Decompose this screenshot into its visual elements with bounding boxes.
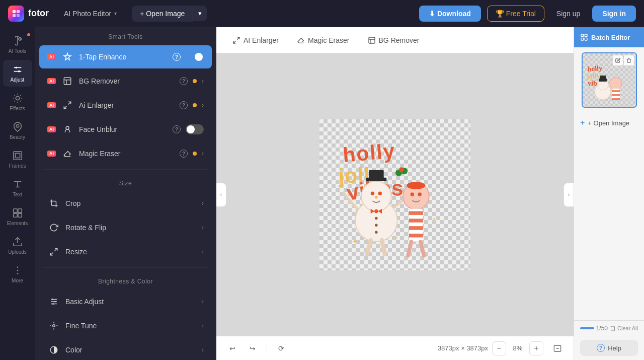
- face-unblur-label: Face Unblur: [79, 125, 168, 133]
- bottom-separator: [267, 343, 267, 353]
- right-panel-spacer: [574, 132, 644, 320]
- tool-item-crop[interactable]: Crop ›: [39, 192, 212, 215]
- tool-item-color[interactable]: Color ›: [39, 338, 212, 360]
- rotate-flip-label: Rotate & Flip: [65, 224, 197, 232]
- sidebar-item-adjust[interactable]: Adjust: [3, 60, 32, 87]
- svg-rect-13: [13, 209, 17, 212]
- signin-label: Sign in: [602, 10, 626, 18]
- sidebar-item-more[interactable]: More: [3, 261, 32, 287]
- free-trial-button[interactable]: 🏆 Free Trial: [487, 6, 544, 22]
- svg-point-29: [54, 301, 56, 303]
- sidebar-item-elements[interactable]: Elements: [3, 203, 32, 230]
- ai-photo-editor-button[interactable]: AI Photo Editor ▾: [59, 7, 122, 21]
- download-button[interactable]: ⬇ Download: [419, 6, 481, 22]
- sidebar-item-ai-tools[interactable]: AI Tools: [3, 31, 32, 58]
- sidebar-item-effects[interactable]: Effects: [3, 89, 32, 115]
- tool-item-rotate-flip[interactable]: Rotate & Flip ›: [39, 216, 212, 239]
- bg-remover-help-icon[interactable]: ?: [180, 77, 188, 85]
- collapse-icon: ‹: [220, 192, 222, 197]
- one-tap-enhance-help-icon[interactable]: ?: [173, 53, 181, 61]
- sidebar-label-text: Text: [13, 192, 22, 197]
- svg-rect-68: [585, 38, 587, 40]
- fit-screen-button[interactable]: [549, 340, 566, 356]
- sidebar-label-frames: Frames: [9, 163, 26, 169]
- ai-enlarger-help-icon[interactable]: ?: [180, 101, 188, 109]
- sidebar-label-ai-tools: AI Tools: [9, 48, 26, 54]
- ai-badge-face-unblur: AI: [47, 126, 56, 132]
- logo-text: fotor: [28, 8, 49, 19]
- canvas-content: ‹ holly jolly vibes: [216, 53, 574, 336]
- tab-magic-eraser[interactable]: Magic Eraser: [289, 32, 357, 48]
- face-unblur-toggle[interactable]: [186, 124, 204, 134]
- thumbnail-delete-button[interactable]: [624, 55, 634, 65]
- one-tap-enhance-icon: [61, 50, 74, 63]
- batch-editor-header[interactable]: Batch Editor: [574, 27, 644, 47]
- face-unblur-help-icon[interactable]: ?: [173, 125, 181, 133]
- zoom-in-button[interactable]: +: [529, 341, 543, 355]
- text-icon: [12, 179, 23, 190]
- tool-item-face-unblur[interactable]: AI Face Unblur ?: [39, 118, 212, 141]
- tool-item-basic-adjust[interactable]: Basic Adjust ›: [39, 290, 212, 313]
- zoom-level-text: 8%: [510, 344, 525, 352]
- image-thumbnail[interactable]: holly jolly vibes: [582, 52, 637, 108]
- sidebar-label-more: More: [12, 278, 23, 283]
- undo-button[interactable]: ↩: [224, 340, 240, 356]
- canvas-expand-button[interactable]: ›: [564, 183, 574, 207]
- sidebar-item-uploads[interactable]: Uploads: [3, 232, 32, 259]
- magic-eraser-chevron: ›: [202, 150, 204, 157]
- history-button[interactable]: ⟳: [273, 340, 289, 356]
- redo-button[interactable]: ↪: [245, 340, 261, 356]
- svg-rect-75: [600, 76, 606, 80]
- size-title: Size: [35, 174, 216, 191]
- sidebar-item-text[interactable]: Text: [3, 175, 32, 201]
- fine-tune-chevron: ›: [202, 322, 204, 329]
- tool-item-magic-eraser[interactable]: AI Magic Eraser ? ›: [39, 142, 212, 165]
- svg-point-45: [375, 217, 378, 220]
- ai-tools-dot: [27, 33, 30, 36]
- tab-magic-eraser-label: Magic Eraser: [308, 36, 349, 44]
- svg-point-50: [411, 192, 414, 196]
- thumbnail-controls: [613, 55, 634, 65]
- signin-button[interactable]: Sign in: [592, 6, 636, 22]
- help-button[interactable]: ? Help: [580, 340, 638, 356]
- thumbnail-edit-button[interactable]: [613, 55, 623, 65]
- face-unblur-icon: [61, 123, 74, 136]
- open-image-panel-button[interactable]: + + Open Image: [574, 113, 644, 132]
- clear-all-button[interactable]: Clear All: [610, 325, 638, 331]
- zoom-out-button[interactable]: −: [492, 341, 506, 355]
- canvas-toolbar: AI Enlarger Magic Eraser BG Remover: [216, 27, 574, 53]
- open-image-main-button[interactable]: + Open Image: [132, 6, 193, 22]
- tool-item-fine-tune[interactable]: Fine Tune ›: [39, 314, 212, 337]
- beauty-icon: [12, 121, 23, 132]
- sidebar-label-adjust: Adjust: [11, 77, 25, 83]
- download-label: ⬇ Download: [429, 10, 471, 18]
- tab-bg-remover[interactable]: BG Remover: [360, 32, 428, 48]
- svg-rect-33: [369, 37, 375, 43]
- color-label: Color: [65, 346, 197, 354]
- one-tap-enhance-toggle[interactable]: [186, 52, 204, 62]
- zoom-controls: − 8% +: [492, 340, 566, 356]
- svg-point-42: [378, 191, 382, 195]
- crop-icon: [47, 197, 60, 210]
- svg-text:✦: ✦: [395, 236, 398, 240]
- svg-point-9: [16, 96, 19, 100]
- logo-area: fotor: [8, 6, 49, 22]
- signup-button[interactable]: Sign up: [550, 6, 586, 21]
- tool-item-resize[interactable]: Resize ›: [39, 240, 212, 263]
- tool-item-one-tap-enhance[interactable]: AI 1-Tap Enhance ?: [39, 45, 212, 68]
- tool-item-bg-remover[interactable]: AI BG Remover ? ›: [39, 69, 212, 93]
- fine-tune-icon: [47, 319, 60, 332]
- resize-chevron: ›: [202, 248, 204, 255]
- bg-remover-label: BG Remover: [79, 77, 175, 85]
- svg-rect-15: [13, 213, 17, 217]
- tool-item-ai-enlarger[interactable]: AI Ai Enlarger ? ›: [39, 94, 212, 117]
- canvas-collapse-button[interactable]: ‹: [216, 183, 226, 207]
- batch-editor-label: Batch Editor: [591, 34, 630, 41]
- sidebar-label-uploads: Uploads: [8, 249, 27, 255]
- sidebar-item-frames[interactable]: Frames: [3, 146, 32, 173]
- magic-eraser-help-icon[interactable]: ?: [180, 150, 188, 158]
- tab-ai-enlarger[interactable]: AI Enlarger: [224, 32, 287, 48]
- bg-remover-dot: [193, 79, 197, 83]
- sidebar-item-beauty[interactable]: Beauty: [3, 117, 32, 144]
- open-image-dropdown-button[interactable]: ▾: [193, 6, 207, 21]
